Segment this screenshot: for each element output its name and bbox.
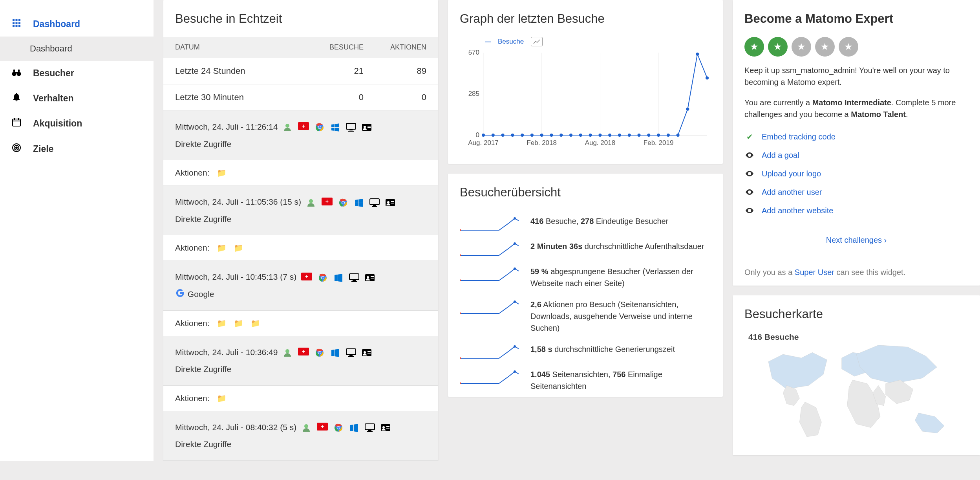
svg-text:0: 0 xyxy=(476,131,479,139)
nav-label: Ziele xyxy=(33,144,53,154)
challenge-link[interactable]: Add a goal xyxy=(762,151,799,160)
folder-icon[interactable]: 📁 xyxy=(217,394,227,403)
svg-rect-70 xyxy=(367,431,373,432)
nav-behaviour[interactable]: Verhalten xyxy=(0,86,154,111)
visit-entry[interactable]: Mittwoch, 24. Juli - 10:45:13 (7 s) + Go… xyxy=(163,261,438,310)
summary-visits: 0 xyxy=(305,92,364,103)
overview-text: 416 Besuche, 278 Eindeutige Besucher xyxy=(530,215,711,231)
challenge-link[interactable]: Embed tracking code xyxy=(762,132,836,141)
actions-label: Aktionen: xyxy=(175,168,210,178)
summary-label: Letzte 30 Minuten xyxy=(175,92,305,103)
windows-icon xyxy=(333,273,344,283)
svg-point-72 xyxy=(382,426,385,429)
challenge-item[interactable]: ✔Embed tracking code xyxy=(733,129,980,148)
nav-goals[interactable]: Ziele xyxy=(0,136,154,162)
chrome-icon xyxy=(318,273,328,283)
svg-point-56 xyxy=(318,352,321,354)
id-card-icon xyxy=(362,348,372,358)
visit-actions: Aktionen:📁 xyxy=(163,160,438,186)
id-card-icon xyxy=(385,198,395,208)
svg-point-109 xyxy=(696,53,699,56)
visit-time: Mittwoch, 24. Juli - 08:40:32 (5 s) xyxy=(175,423,296,432)
sparkline xyxy=(460,215,519,231)
sparkline xyxy=(460,240,519,256)
svg-rect-73 xyxy=(386,426,389,427)
overview-row: 1,58 s durchschnittliche Generierungszei… xyxy=(448,339,723,364)
next-challenges-link[interactable]: Next challenges › xyxy=(733,222,980,259)
svg-rect-63 xyxy=(368,353,371,354)
desktop-icon xyxy=(346,122,356,132)
eye-icon xyxy=(744,151,755,160)
overview-row: 2 Minuten 36s durchschnittliche Aufentha… xyxy=(448,236,723,261)
challenge-item[interactable]: Add another user xyxy=(733,185,980,203)
visit-actions: Aktionen:📁 xyxy=(163,386,438,411)
folder-icon[interactable]: 📁 xyxy=(217,168,227,178)
svg-point-111 xyxy=(460,229,461,231)
folder-icon[interactable]: 📁 xyxy=(217,319,227,328)
overview-text: 1.045 Seitenansichten, 756 Einmalige Sei… xyxy=(530,368,711,392)
chrome-icon xyxy=(333,423,344,433)
nav-visitors[interactable]: Besucher xyxy=(0,61,154,86)
nav-acquisition[interactable]: Akquisition xyxy=(0,111,154,136)
folder-icon[interactable]: 📁 xyxy=(234,319,243,328)
nav-dashboard[interactable]: Dashboard xyxy=(0,12,154,37)
svg-rect-74 xyxy=(386,428,389,429)
svg-point-112 xyxy=(514,217,516,220)
sparkline xyxy=(460,299,519,314)
star-icon: ★ xyxy=(744,37,764,57)
nav-dashboard-sub[interactable]: Dashboard xyxy=(0,37,154,61)
svg-rect-62 xyxy=(368,351,371,352)
svg-point-122 xyxy=(514,370,516,373)
col-visits: BESUCHE xyxy=(305,43,364,51)
svg-rect-59 xyxy=(348,356,354,357)
nav-label: Verhalten xyxy=(33,93,74,104)
flag-ch-icon: + xyxy=(322,198,333,205)
star-icon: ★ xyxy=(815,37,835,57)
superuser-link[interactable]: Super User xyxy=(795,268,834,277)
challenge-link[interactable]: Upload your logo xyxy=(762,169,821,178)
svg-rect-25 xyxy=(346,123,356,129)
overview-card: Besucherübersicht 416 Besuche, 278 Einde… xyxy=(448,174,723,397)
user-icon xyxy=(282,348,293,358)
svg-point-67 xyxy=(337,427,340,429)
svg-point-64 xyxy=(304,424,308,428)
visit-entry[interactable]: Mittwoch, 24. Juli - 10:36:49 + Direkte … xyxy=(163,336,438,386)
challenge-link[interactable]: Add another user xyxy=(762,188,822,197)
visit-entry[interactable]: Mittwoch, 24. Juli - 11:26:14 + Direkte … xyxy=(163,111,438,160)
folder-icon[interactable]: 📁 xyxy=(234,243,243,253)
svg-rect-26 xyxy=(349,130,353,130)
svg-point-113 xyxy=(460,254,461,256)
eye-icon xyxy=(744,206,755,215)
windows-icon xyxy=(349,423,359,433)
flag-ch-icon: + xyxy=(298,348,309,355)
folder-icon[interactable]: 📁 xyxy=(250,319,260,328)
realtime-card: Besuche in Echtzeit DATUM BESUCHE AKTION… xyxy=(163,0,438,461)
chart-type-icon[interactable] xyxy=(531,37,543,46)
windows-icon xyxy=(330,122,340,132)
svg-point-94 xyxy=(550,134,553,137)
svg-point-118 xyxy=(514,300,516,303)
world-map[interactable] xyxy=(744,332,968,442)
challenge-item[interactable]: Add a goal xyxy=(733,148,980,166)
visit-entry[interactable]: Mittwoch, 24. Juli - 11:05:36 (15 s) + D… xyxy=(163,186,438,235)
map-visits-label: 416 Besuche xyxy=(748,332,799,342)
eye-icon xyxy=(744,169,755,178)
challenge-link[interactable]: Add another website xyxy=(762,206,833,215)
visit-time: Mittwoch, 24. Juli - 10:45:13 (7 s) xyxy=(175,272,296,281)
visits-chart[interactable]: 0285570Aug. 2017Feb. 2018Aug. 2018Feb. 2… xyxy=(460,49,711,151)
svg-rect-27 xyxy=(348,131,354,132)
visit-actions: Aktionen:📁📁📁 xyxy=(163,311,438,336)
folder-icon[interactable]: 📁 xyxy=(217,243,227,253)
challenge-item[interactable]: Add another website xyxy=(733,203,980,222)
nav-label: Besucher xyxy=(33,68,74,79)
svg-point-35 xyxy=(342,202,344,204)
svg-rect-7 xyxy=(16,25,18,27)
svg-point-92 xyxy=(530,134,534,137)
svg-text:Aug. 2018: Aug. 2018 xyxy=(585,139,616,147)
star-icon: ★ xyxy=(839,37,858,57)
sidebar: Dashboard Dashboard Besucher Verhalten A… xyxy=(0,0,154,461)
visit-entry[interactable]: Mittwoch, 24. Juli - 08:40:32 (5 s) + Di… xyxy=(163,411,438,461)
overview-text: 1,58 s durchschnittliche Generierungszei… xyxy=(530,343,711,359)
visit-time: Mittwoch, 24. Juli - 10:36:49 xyxy=(175,348,280,357)
challenge-item[interactable]: Upload your logo xyxy=(733,166,980,185)
